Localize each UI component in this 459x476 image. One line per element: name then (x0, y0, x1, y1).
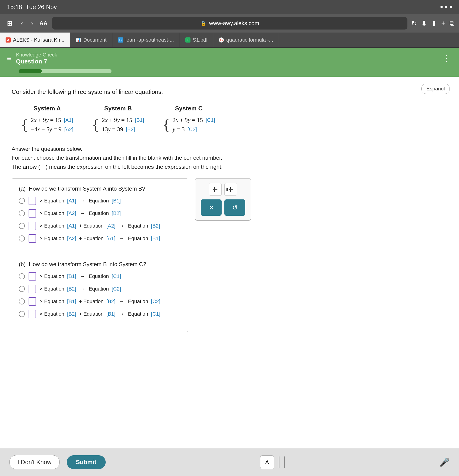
ref-a3-to: [B2] (151, 223, 160, 229)
mic-btn[interactable]: 🎤 (439, 457, 450, 467)
hamburger-btn[interactable]: ≡ (7, 54, 11, 63)
calc-action-row: ✕ ↺ (200, 199, 246, 216)
option-a2-text: × Equation (40, 210, 64, 216)
option-b1[interactable]: × Equation [B1] → Equation [C1] (19, 272, 181, 280)
label-c2: [C2] (187, 127, 197, 133)
option-a4-plus: + Equation (79, 235, 104, 241)
option-b4[interactable]: × Equation [B2] + Equation [B1] → Equati… (19, 310, 181, 318)
refresh-btn[interactable]: ↻ (411, 19, 417, 27)
tab-learn-ap[interactable]: B learn-ap-southeast-... (112, 33, 180, 47)
label-c1: [C1] (206, 117, 215, 123)
address-bar[interactable]: 🔒 www-awy.aleks.com (52, 17, 408, 30)
tab-quadratic[interactable]: G quadratic formula -... (213, 33, 279, 47)
ref-a4-eq1: [A2] (67, 235, 76, 241)
option-a1-eq: Equation (89, 198, 109, 204)
browser-actions: ↻ ⬇ ⬆ + ⧉ (411, 19, 454, 27)
option-a1[interactable]: × Equation [A1] → Equation [B1] (19, 197, 181, 205)
share-btn[interactable]: ⬆ (431, 19, 437, 27)
calc-undo-btn[interactable]: ↺ (224, 199, 245, 216)
brace-c: { (163, 117, 170, 132)
ref-a3-eq2: [A2] (106, 223, 116, 229)
option-b2[interactable]: × Equation [B2] → Equation [C2] (19, 285, 181, 293)
radio-a1[interactable] (19, 198, 25, 204)
instruction-2: For each, choose the transformation and … (12, 153, 447, 162)
tab-s1pdf[interactable]: T S1.pdf (180, 33, 213, 47)
brace-b: { (92, 117, 99, 132)
radio-b3[interactable] (19, 298, 25, 305)
instruction-1: Answer the questions below. (12, 144, 447, 153)
ref-b4-eq2: [B1] (106, 311, 116, 317)
option-a3[interactable]: × Equation [A1] + Equation [A2] → Equati… (19, 222, 181, 230)
option-a1-text: × Equation (40, 198, 64, 204)
forward-btn[interactable]: › (29, 18, 35, 28)
radio-a4[interactable] (19, 235, 25, 241)
option-b1-eq: Equation (89, 273, 109, 279)
aa-label[interactable]: AA (40, 20, 48, 26)
ref-a4-eq2: [A1] (106, 235, 116, 241)
fraction-icon (212, 186, 219, 193)
dont-know-btn[interactable]: I Don't Know (9, 455, 60, 469)
radio-b1[interactable] (19, 273, 25, 279)
eq-c2: y = 3 [C2] (173, 126, 215, 133)
status-time: 15:18 (7, 3, 22, 11)
arrow-a3: → (119, 223, 124, 229)
status-bar: 15:18 Tue 26 Nov (0, 0, 459, 14)
radio-a2[interactable] (19, 210, 25, 216)
ref-b1-from: [B1] (67, 273, 76, 279)
input-a3[interactable] (29, 222, 36, 230)
radio-a3[interactable] (19, 223, 25, 229)
tab-document[interactable]: 📊 Document (70, 33, 112, 47)
system-b-equations: { 2x + 9y = 15 [B1] 13y = 39 [B2] (92, 117, 144, 133)
radio-b2[interactable] (19, 286, 25, 292)
system-c-block: System C { 2x + 9y = 15 [C1] y = 3 [C2] (163, 105, 215, 133)
aleks-header: ≡ Knowledge Check Question 7 ⋮ (0, 48, 459, 69)
system-a-title: System A (21, 105, 73, 112)
header-info: Knowledge Check Question 7 (16, 52, 57, 65)
tab-label-s1pdf: S1.pdf (193, 37, 208, 43)
input-b3[interactable] (29, 297, 36, 306)
tab-favicon-quadratic: G (219, 37, 224, 42)
calc-clear-btn[interactable]: ✕ (201, 199, 222, 216)
option-a3-text: × Equation (40, 223, 64, 229)
arrow-b4: → (119, 311, 124, 317)
label-a2: [A2] (64, 127, 73, 133)
input-b2[interactable] (29, 285, 36, 293)
option-a4[interactable]: × Equation [A2] + Equation [A1] → Equati… (19, 234, 181, 243)
espanol-btn[interactable]: Español (421, 84, 450, 94)
new-tab-btn[interactable]: + (441, 19, 445, 27)
keyboard-area: A (113, 455, 432, 469)
download-btn[interactable]: ⬇ (421, 19, 427, 27)
instructions: Answer the questions below. For each, ch… (12, 144, 447, 171)
option-a2[interactable]: × Equation [A2] → Equation [B2] (19, 209, 181, 218)
tab-aleks[interactable]: A ALEKS - Kulisara Kh... (0, 33, 70, 47)
radio-b4[interactable] (19, 311, 25, 317)
calc-fraction-btn[interactable] (209, 183, 222, 196)
option-b3[interactable]: × Equation [B1] + Equation [B2] → Equati… (19, 297, 181, 306)
sidebar-toggle-btn[interactable]: ⊞ (5, 18, 15, 29)
input-a1[interactable] (29, 197, 36, 205)
header-more-btn[interactable]: ⋮ (441, 53, 452, 64)
calc-mixed-fraction-btn[interactable] (224, 183, 237, 196)
ref-b3-eq2: [B2] (106, 298, 116, 305)
arrow-a2: → (80, 210, 85, 216)
input-a4[interactable] (29, 234, 36, 243)
submit-btn[interactable]: Submit (67, 455, 106, 469)
input-b1[interactable] (29, 272, 36, 280)
instruction-3: The arrow (→) means the expression on th… (12, 162, 447, 171)
ref-b2-from: [B2] (67, 286, 76, 292)
ref-b2-to: [C2] (112, 286, 121, 292)
tabs-btn[interactable]: ⧉ (450, 19, 454, 27)
browser-chrome: ⊞ ‹ › AA 🔒 www-awy.aleks.com ↻ ⬇ ⬆ + ⧉ (0, 14, 459, 33)
brace-a: { (21, 117, 28, 132)
eq-c1: 2x + 9y = 15 [C1] (173, 117, 215, 124)
option-b4-to: Equation (128, 311, 148, 317)
tab-label-aleks: ALEKS - Kulisara Kh... (13, 37, 64, 43)
systems-container: System A { 2x + 9y = 15 [A1] −4x − 5y = … (21, 105, 447, 133)
back-btn[interactable]: ‹ (18, 18, 25, 28)
input-a2[interactable] (29, 209, 36, 218)
input-b4[interactable] (29, 310, 36, 318)
option-a4-text: × Equation (40, 235, 64, 241)
label-b2: [B2] (126, 127, 135, 133)
keyboard-a-btn[interactable]: A (260, 455, 274, 469)
system-a-list: 2x + 9y = 15 [A1] −4x − 5y = 9 [A2] (31, 117, 73, 133)
